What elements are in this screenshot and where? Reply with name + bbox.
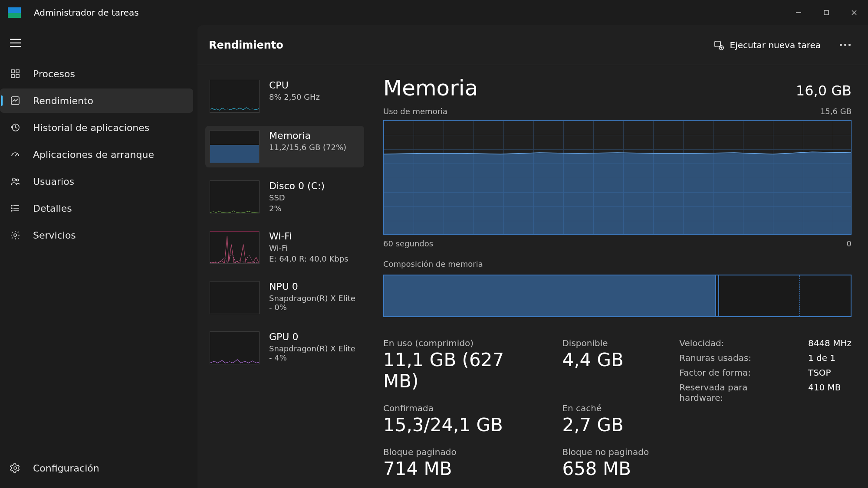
nav-app-history[interactable]: Historial de aplicaciones [0, 115, 193, 140]
resource-sub: SSD [269, 193, 325, 202]
resource-name: Wi-Fi [269, 231, 349, 242]
close-button[interactable] [840, 4, 868, 21]
nav-startup[interactable]: Aplicaciones de arranque [0, 142, 193, 167]
nav-label: Usuarios [33, 176, 74, 187]
wifi-sparkline [210, 231, 260, 264]
stat-value: 658 MB [562, 458, 649, 479]
nav-label: Rendimiento [33, 95, 93, 106]
svg-point-22 [14, 234, 16, 236]
svg-point-21 [11, 210, 12, 211]
svg-point-14 [13, 178, 16, 181]
hamburger-button[interactable] [0, 38, 197, 62]
users-icon [10, 176, 21, 187]
stat-label: Disponible [562, 338, 649, 348]
page-title: Rendimiento [209, 39, 283, 51]
resource-npu[interactable]: NPU 0 Snapdragon(R) X Elite - 0% [205, 277, 364, 318]
stat-label: En uso (comprimido) [383, 338, 532, 348]
stat-value: 410 MB [808, 382, 852, 403]
svg-rect-10 [16, 75, 19, 78]
cpu-sparkline [210, 80, 260, 113]
content-area: Rendimiento Ejecutar nueva tarea [197, 25, 868, 488]
nav-processes[interactable]: Procesos [0, 62, 193, 86]
run-task-label: Ejecutar nueva tarea [730, 40, 821, 50]
memory-usage-chart [383, 120, 852, 235]
gauge-icon [10, 149, 21, 160]
stat-label: Reservada para hardware: [679, 382, 786, 403]
resource-sub2: 2% [269, 204, 325, 213]
title-bar: Administrador de tareas [0, 0, 868, 25]
resource-cpu[interactable]: CPU 8% 2,50 GHz [205, 75, 364, 117]
run-task-button[interactable]: Ejecutar nueva tarea [707, 36, 827, 54]
chart-x-axis-right: 0 [847, 239, 852, 248]
stat-value: TSOP [808, 367, 852, 378]
disk-sparkline [210, 180, 260, 213]
svg-point-19 [11, 205, 12, 206]
composition-seg-modified [716, 275, 719, 316]
stat-value: 11,1 GB (627 MB) [383, 349, 532, 392]
grid-icon [10, 69, 21, 79]
npu-sparkline [210, 281, 260, 314]
resource-sub: Snapdragon(R) X Elite - 4% [269, 344, 360, 362]
nav-users[interactable]: Usuarios [0, 169, 193, 193]
gpu-sparkline [210, 331, 260, 364]
resource-sub: 11,2/15,6 GB (72%) [269, 143, 346, 152]
app-title: Administrador de tareas [34, 7, 139, 18]
resource-gpu[interactable]: GPU 0 Snapdragon(R) X Elite - 4% [205, 327, 364, 369]
app-icon [8, 7, 21, 18]
chart-y-axis-max: 15,6 GB [820, 107, 852, 116]
list-icon [10, 203, 21, 213]
nav-label: Historial de aplicaciones [33, 122, 149, 133]
composition-seg-standby [719, 275, 800, 316]
resource-name: CPU [269, 80, 320, 91]
memory-composition-bar [383, 275, 852, 317]
nav-performance[interactable]: Rendimiento [0, 88, 193, 113]
nav-label: Configuración [33, 463, 99, 474]
stat-label: Ranuras usadas: [679, 353, 786, 363]
nav-rail: Procesos Rendimiento Historial de aplica… [0, 25, 197, 488]
stat-label: Bloque paginado [383, 447, 532, 457]
composition-seg-in_use [384, 275, 716, 316]
window-controls [785, 4, 868, 21]
minimize-button[interactable] [785, 4, 812, 21]
svg-point-15 [16, 179, 19, 181]
more-button[interactable] [840, 44, 851, 46]
nav-settings[interactable]: Configuración [0, 456, 193, 480]
stat-value: 4,4 GB [562, 349, 649, 370]
nav-services[interactable]: Servicios [0, 223, 193, 247]
svg-line-13 [15, 154, 17, 156]
resource-sub: Snapdragon(R) X Elite - 0% [269, 294, 360, 312]
resource-disk[interactable]: Disco 0 (C:) SSD 2% [205, 176, 364, 218]
nav-label: Aplicaciones de arranque [33, 149, 154, 160]
resource-name: NPU 0 [269, 281, 360, 292]
stat-label: En caché [562, 403, 649, 413]
stat-value: 15,3/24,1 GB [383, 414, 532, 436]
chart-x-axis-left: 60 segundos [383, 239, 433, 248]
activity-icon [10, 95, 21, 106]
svg-rect-9 [11, 75, 14, 78]
page-header: Rendimiento Ejecutar nueva tarea [197, 25, 868, 65]
nav-details[interactable]: Detalles [0, 196, 193, 220]
resource-list: CPU 8% 2,50 GHz Memoria 11,2/15,6 GB (72… [197, 65, 371, 488]
resource-name: Disco 0 (C:) [269, 180, 325, 191]
memory-detail: Memoria 16,0 GB Uso de memoria 15,6 GB 6… [371, 65, 868, 488]
gear-icon [10, 230, 21, 240]
resource-name: Memoria [269, 130, 346, 141]
svg-rect-7 [11, 70, 14, 73]
detail-total: 16,0 GB [796, 82, 852, 99]
resource-name: GPU 0 [269, 331, 360, 342]
svg-marker-28 [384, 152, 851, 234]
settings-icon [10, 463, 21, 473]
stats-major: En uso (comprimido) 11,1 GB (627 MB) Dis… [383, 338, 649, 479]
composition-seg-free [800, 275, 851, 316]
svg-rect-8 [16, 70, 19, 73]
detail-heading: Memoria [383, 75, 478, 101]
stat-label: Confirmada [383, 403, 532, 413]
svg-point-20 [11, 208, 12, 209]
resource-wifi[interactable]: Wi-Fi Wi-Fi E: 64,0 R: 40,0 Kbps [205, 226, 364, 268]
maximize-button[interactable] [812, 4, 840, 21]
history-icon [10, 122, 21, 133]
svg-rect-1 [824, 10, 829, 15]
resource-memory[interactable]: Memoria 11,2/15,6 GB (72%) [205, 126, 364, 167]
stat-value: 714 MB [383, 458, 532, 479]
resource-sub: Wi-Fi [269, 243, 349, 252]
